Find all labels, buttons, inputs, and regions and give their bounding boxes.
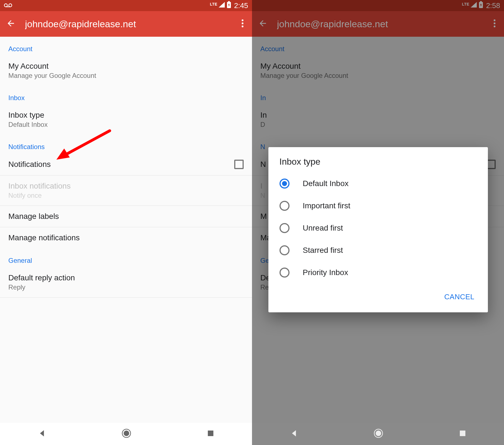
row-manage-notifications[interactable]: Manage notifications [0, 227, 252, 248]
svg-rect-12 [208, 431, 213, 436]
svg-point-11 [124, 431, 129, 436]
row-sub: Manage your Google Account [8, 72, 244, 80]
section-inbox: Inbox [0, 86, 252, 105]
svg-point-1 [9, 4, 12, 7]
network-lte: LTE [462, 2, 469, 6]
divider [0, 297, 252, 298]
android-navbar [252, 423, 504, 445]
signal-icon [218, 2, 225, 9]
svg-point-16 [494, 23, 495, 24]
radio-label: Unread first [303, 224, 343, 233]
svg-point-0 [4, 4, 8, 7]
row-sub: Reply [8, 283, 244, 291]
radio-icon[interactable] [280, 245, 290, 255]
section-general: General [0, 248, 252, 267]
radio-icon[interactable] [280, 268, 290, 278]
nav-back-icon[interactable] [289, 429, 299, 439]
row-default-reply[interactable]: Default reply action Reply [0, 267, 252, 297]
phone-left: LTE 2:45 johndoe@rapidrelease.net Accoun… [0, 0, 252, 445]
nav-recent-icon[interactable] [206, 429, 215, 439]
radio-icon[interactable] [280, 201, 290, 211]
row-title: My Account [8, 62, 244, 71]
back-icon[interactable] [6, 19, 16, 29]
settings-content: Account My Account Manage your Google Ac… [252, 37, 504, 423]
row-title: Inbox type [8, 111, 244, 120]
voicemail-icon [4, 2, 12, 9]
nav-home-icon[interactable] [121, 428, 132, 440]
row-my-account[interactable]: My Account Manage your Google Account [0, 56, 252, 86]
status-bar: LTE 2:45 [0, 0, 252, 11]
radio-icon[interactable] [280, 179, 290, 189]
more-icon[interactable] [491, 17, 498, 31]
cancel-button[interactable]: CANCEL [440, 289, 479, 305]
svg-rect-4 [228, 1, 230, 2]
appbar-title: johndoe@rapidrelease.net [277, 19, 491, 29]
radio-label: Starred first [303, 246, 343, 255]
android-navbar [0, 423, 252, 445]
row-inbox-notifications: Inbox notifications Notify once [0, 175, 252, 206]
svg-point-17 [494, 26, 495, 27]
battery-charging-icon [479, 1, 483, 10]
nav-recent-icon[interactable] [458, 429, 467, 439]
row-title: Manage notifications [8, 233, 244, 242]
row-manage-labels[interactable]: Manage labels [0, 206, 252, 227]
signal-icon [470, 2, 477, 9]
radio-option[interactable]: Starred first [268, 239, 488, 261]
row-title: Manage labels [8, 212, 244, 221]
app-bar: johndoe@rapidrelease.net [0, 11, 252, 37]
row-title: Default reply action [8, 273, 244, 282]
status-clock: 2:58 [486, 1, 500, 10]
status-clock: 2:45 [234, 1, 248, 10]
back-icon[interactable] [258, 19, 268, 29]
nav-back-icon[interactable] [37, 429, 47, 439]
status-bar: LTE 2:58 [252, 0, 504, 11]
row-title: Inbox notifications [8, 182, 244, 191]
battery-charging-icon [227, 1, 231, 10]
section-notifications: Notifications [0, 135, 252, 154]
inbox-type-dialog: Inbox type Default InboxImportant firstU… [268, 147, 488, 312]
appbar-title: johndoe@rapidrelease.net [25, 19, 239, 29]
svg-rect-20 [460, 431, 465, 436]
radio-option[interactable]: Default Inbox [268, 172, 488, 195]
nav-home-icon[interactable] [373, 428, 384, 440]
svg-point-6 [242, 23, 243, 24]
svg-point-5 [242, 19, 243, 21]
network-lte: LTE [210, 2, 217, 6]
more-icon[interactable] [239, 17, 246, 31]
row-title: Notifications [8, 160, 51, 169]
row-notifications[interactable]: Notifications [0, 154, 252, 175]
radio-option[interactable]: Unread first [268, 217, 488, 239]
radio-icon[interactable] [280, 223, 290, 233]
radio-label: Default Inbox [303, 179, 349, 188]
row-inbox-type[interactable]: Inbox type Default Inbox [0, 105, 252, 135]
svg-rect-14 [480, 1, 482, 2]
row-sub: Notify once [8, 192, 244, 199]
svg-point-15 [494, 19, 495, 21]
settings-content[interactable]: Account My Account Manage your Google Ac… [0, 37, 252, 423]
row-sub: Default Inbox [8, 121, 244, 128]
app-bar: johndoe@rapidrelease.net [252, 11, 504, 37]
svg-point-7 [242, 26, 243, 27]
svg-point-19 [376, 431, 381, 436]
section-account: Account [0, 37, 252, 56]
dialog-title: Inbox type [268, 157, 488, 172]
radio-label: Important first [303, 201, 350, 210]
radio-option[interactable]: Priority Inbox [268, 261, 488, 284]
radio-label: Priority Inbox [303, 268, 348, 277]
radio-option[interactable]: Important first [268, 195, 488, 217]
checkbox-notifications[interactable] [234, 160, 244, 169]
phone-right: LTE 2:58 johndoe@rapidrelease.net Accoun… [252, 0, 504, 445]
